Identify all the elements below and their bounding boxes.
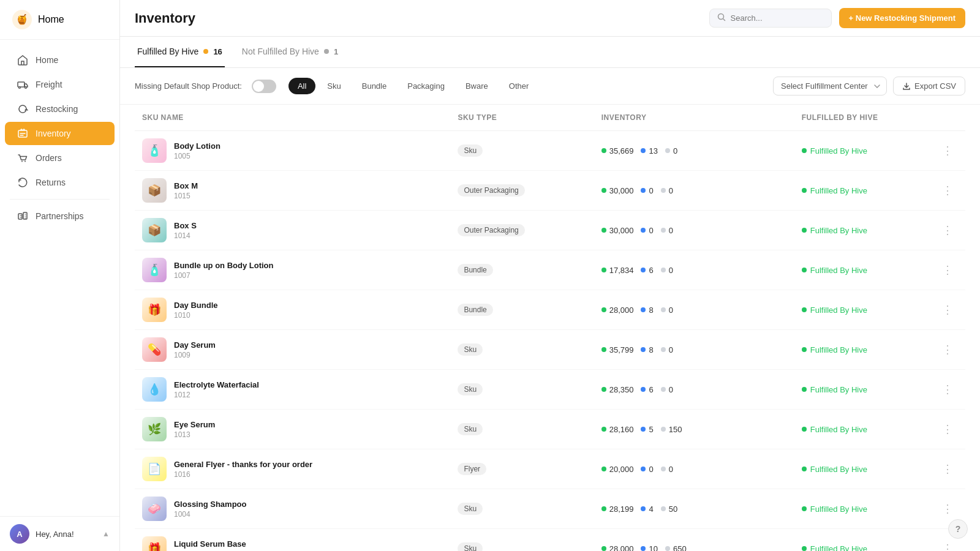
- inventory-gray-dot: [661, 387, 666, 392]
- row-more-button[interactable]: ⋮: [937, 381, 958, 397]
- chip-bware[interactable]: Bware: [456, 78, 497, 94]
- fulfilled-cell: Fulfilled By Hive: [794, 211, 930, 250]
- sku-name-cell: 📦 Box S 1014: [135, 211, 450, 250]
- inventory-blue-dot: [641, 228, 646, 233]
- chip-all[interactable]: All: [288, 78, 315, 94]
- new-shipment-button[interactable]: + New Restocking Shipment: [839, 8, 965, 28]
- sku-thumbnail: 🧴: [142, 258, 167, 282]
- sidebar-item-restocking[interactable]: Restocking: [5, 97, 115, 121]
- filter-right: Select Fulfillment Center Export CSV: [773, 77, 965, 96]
- missing-default-toggle[interactable]: [252, 80, 276, 93]
- row-more-button[interactable]: ⋮: [937, 461, 958, 477]
- fulfilled-dot: [802, 347, 807, 352]
- inventory-cell: 28,000 8 0: [594, 290, 794, 330]
- sku-name-cell: 💊 Day Serum 1009: [135, 330, 450, 370]
- col-fulfilled-by-hive: Fulfilled by Hive: [794, 105, 930, 131]
- sku-name: Day Bundle: [174, 301, 218, 310]
- sku-id: 1014: [174, 231, 197, 240]
- sku-name-cell: 💧 Electrolyte Waterfacial 1012: [135, 370, 450, 410]
- search-input[interactable]: [731, 13, 824, 23]
- inventory-cell: 28,350 6 0: [594, 370, 794, 410]
- sku-type-badge: Outer Packaging: [458, 184, 524, 197]
- sidebar-item-inventory[interactable]: Inventory: [5, 122, 115, 145]
- sku-name-cell: 🎁 Day Bundle 1010: [135, 290, 450, 330]
- sku-name-cell: 🧴 Body Lotion 1005: [135, 131, 450, 171]
- chip-other[interactable]: Other: [500, 78, 538, 94]
- table-row: 🧴 Bundle up on Body Lotion 1007 Bundle 1…: [135, 250, 965, 290]
- orders-icon: [17, 152, 28, 163]
- row-actions-cell: ⋮: [930, 370, 965, 410]
- inventory-green-value: 35,669: [609, 146, 634, 156]
- fulfillment-center-select[interactable]: Select Fulfillment Center: [773, 77, 887, 96]
- app-name: Home: [38, 14, 64, 25]
- sku-name: Liquid Serum Base: [174, 539, 246, 549]
- sku-type-cell: Outer Packaging: [450, 171, 594, 211]
- table-row: 🧼 Glossing Shampoo 1004 Sku 28,199 4: [135, 489, 965, 529]
- inventory-cell: 30,000 0 0: [594, 211, 794, 250]
- toggle-knob: [253, 81, 264, 92]
- partnerships-icon: [17, 211, 28, 222]
- fulfilled-cell: Fulfilled By Hive: [794, 171, 930, 211]
- sku-type-badge: Sku: [458, 343, 483, 356]
- row-more-button[interactable]: ⋮: [937, 222, 958, 238]
- filter-bar: Missing Default Shop Product: All Sku Bu…: [120, 68, 980, 105]
- fulfilled-label: Fulfilled By Hive: [810, 146, 867, 156]
- table-row: 🧴 Body Lotion 1005 Sku 35,669 13: [135, 131, 965, 171]
- sidebar-logo[interactable]: 🍯 Home: [0, 0, 119, 40]
- sku-type-badge: Sku: [458, 423, 483, 435]
- sidebar-item-returns[interactable]: Returns: [5, 171, 115, 194]
- sidebar-item-home[interactable]: Home: [5, 48, 115, 72]
- user-menu-chevron-icon[interactable]: ▲: [102, 530, 110, 538]
- returns-icon: [17, 177, 28, 188]
- sku-id: 1016: [174, 470, 312, 479]
- inventory-green-dot: [601, 427, 606, 432]
- inventory-green-dot: [601, 148, 606, 153]
- sku-name-cell: 🧼 Glossing Shampoo 1004: [135, 489, 450, 529]
- sku-id: 1015: [174, 192, 198, 200]
- inventory-blue-value: 8: [649, 345, 653, 354]
- table-row: 🌿 Eye Serum 1013 Sku 28,160 5: [135, 410, 965, 449]
- row-more-button[interactable]: ⋮: [937, 421, 958, 437]
- inventory-green-value: 30,000: [609, 186, 634, 195]
- chip-packaging[interactable]: Packaging: [398, 78, 454, 94]
- inventory-green-dot: [601, 546, 606, 551]
- sku-type-badge: Outer Packaging: [458, 224, 524, 236]
- inventory-blue-dot: [641, 546, 646, 551]
- chip-sku[interactable]: Sku: [318, 78, 350, 94]
- sku-name-cell: 📦 Box M 1015: [135, 171, 450, 211]
- sidebar-divider: [10, 199, 110, 200]
- inventory-gray-value: 0: [669, 266, 673, 275]
- inventory-gray-dot: [661, 307, 666, 312]
- row-more-button[interactable]: ⋮: [937, 501, 958, 517]
- sku-id: 1007: [174, 271, 273, 280]
- tab-fulfilled-by-hive[interactable]: Fulfilled By Hive 16: [135, 37, 225, 67]
- row-more-button[interactable]: ⋮: [937, 302, 958, 318]
- row-more-button[interactable]: ⋮: [937, 262, 958, 278]
- svg-point-4: [25, 87, 27, 89]
- row-more-button[interactable]: ⋮: [937, 182, 958, 198]
- row-more-button[interactable]: ⋮: [937, 143, 958, 159]
- table-row: 📄 General Flyer - thanks for your order …: [135, 449, 965, 489]
- svg-point-6: [21, 161, 23, 162]
- fulfilled-dot: [802, 467, 807, 471]
- inventory-blue-dot: [641, 148, 646, 153]
- inventory-blue-value: 0: [649, 186, 653, 195]
- header-right: + New Restocking Shipment: [709, 8, 965, 28]
- inventory-green-dot: [601, 228, 606, 233]
- new-shipment-label: + New Restocking Shipment: [849, 13, 956, 23]
- sidebar-navigation: Home Freight Restocking Inventory: [0, 40, 119, 516]
- sidebar-item-orders[interactable]: Orders: [5, 146, 115, 170]
- help-button[interactable]: ?: [948, 519, 968, 539]
- export-csv-button[interactable]: Export CSV: [893, 77, 965, 96]
- sidebar-item-partnerships[interactable]: Partnerships: [5, 204, 115, 228]
- chip-bundle[interactable]: Bundle: [353, 78, 396, 94]
- inventory-blue-value: 0: [649, 465, 653, 474]
- sku-type-cell: Flyer: [450, 449, 594, 489]
- sku-name: Box M: [174, 181, 198, 190]
- row-more-button[interactable]: ⋮: [937, 541, 958, 551]
- table-header-row: SKU Name SKU Type Inventory Fulfilled by…: [135, 105, 965, 131]
- row-more-button[interactable]: ⋮: [937, 342, 958, 358]
- tab-not-fulfilled-by-hive[interactable]: Not Fulfilled By Hive 1: [239, 37, 341, 67]
- inventory-green-value: 20,000: [609, 465, 634, 474]
- sidebar-item-freight[interactable]: Freight: [5, 73, 115, 96]
